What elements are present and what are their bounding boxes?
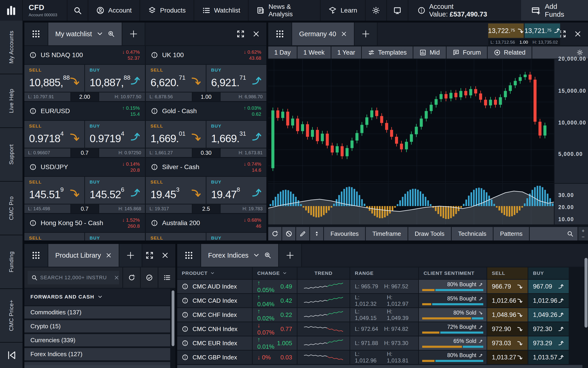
- instrument-name-row[interactable]: UK 100↓ 0.62%43.68: [146, 46, 266, 64]
- candlestick-chart[interactable]: [268, 59, 554, 183]
- chart-draw-tool-button[interactable]: [296, 227, 309, 240]
- zoom-in-icon[interactable]: [108, 30, 115, 37]
- library-refresh-button[interactable]: [123, 267, 140, 288]
- sell-price-button[interactable]: 972.90: [487, 322, 528, 336]
- chart-tool-tab-forum[interactable]: Forum: [447, 46, 487, 59]
- instrument-name-row[interactable]: Australia 200↓ 0.68%46: [146, 214, 266, 232]
- instrument-name-row[interactable]: US NDAQ 100↓ 0.47%52.37: [24, 46, 145, 64]
- buy-price-button[interactable]: 1,012.96: [528, 294, 569, 307]
- nav-item-account[interactable]: Account: [88, 0, 140, 21]
- chart-range-tab-1-week[interactable]: 1 Week: [298, 46, 331, 59]
- table-drag-handle[interactable]: [177, 244, 200, 267]
- sell-tile[interactable]: SELL6,620.71: [146, 65, 206, 92]
- zoom-out-label[interactable]: −: [582, 234, 585, 240]
- chart-sell-button[interactable]: 13,722.75: [488, 23, 524, 38]
- library-scrollbar[interactable]: [172, 290, 174, 346]
- chart-tool-technicals[interactable]: Technicals: [452, 227, 493, 240]
- product-cell[interactable]: CMC CNH Index: [177, 322, 252, 336]
- chart-add-tab-button[interactable]: [355, 23, 377, 45]
- library-tab[interactable]: Product Library: [48, 244, 119, 267]
- column-header-trend[interactable]: TREND: [298, 267, 350, 279]
- search-button[interactable]: [67, 0, 88, 21]
- expand-icon[interactable]: [146, 251, 154, 259]
- instrument-name-row[interactable]: EUR/USD↑ 0.15%15.4: [24, 102, 145, 120]
- sell-tile[interactable]: SELL19.453: [146, 177, 206, 204]
- close-icon[interactable]: [574, 30, 581, 38]
- library-item-crypto-15-[interactable]: Crypto (15): [24, 320, 170, 332]
- buy-tile[interactable]: BUY1,669.31: [207, 121, 266, 148]
- chart-refresh-tool-button[interactable]: [268, 227, 281, 240]
- instrument-name-row[interactable]: Gold - Cash↑ 0.03%0.62: [146, 102, 266, 120]
- instrument-name-row[interactable]: Silver - Cash↓ 0.74%14.6: [146, 158, 266, 176]
- buy-tile[interactable]: BUY145.526: [85, 177, 145, 204]
- chart-buy-button[interactable]: 13,721.75: [525, 23, 560, 38]
- sell-tile[interactable]: SELL: [24, 233, 84, 240]
- volume-axis[interactable]: 30.0020.0010.00: [555, 184, 588, 224]
- chart-disable-tool-button[interactable]: [282, 227, 295, 240]
- library-item-forex-indices-127-[interactable]: Forex Indices (127): [24, 348, 170, 360]
- product-cell[interactable]: CMC CHF Index: [177, 308, 252, 322]
- column-header-product[interactable]: PRODUCT: [177, 267, 252, 279]
- library-add-tab-button[interactable]: [119, 244, 142, 267]
- instrument-name-row[interactable]: Hong Kong 50 - Cash↓ 1.52%260.8: [24, 214, 145, 232]
- expand-icon[interactable]: [237, 30, 244, 38]
- sell-tile[interactable]: SELL1,669.01: [146, 121, 206, 148]
- chart-tool-favourites[interactable]: Favourites: [324, 227, 365, 240]
- product-cell[interactable]: CMC AUD Index: [177, 280, 252, 293]
- buy-tile[interactable]: BUY: [85, 233, 145, 240]
- close-tab-icon[interactable]: [106, 252, 112, 258]
- table-hscrollbar[interactable]: [177, 365, 582, 368]
- buy-tile[interactable]: BUY0.97194: [85, 121, 145, 148]
- sell-tile[interactable]: SELL145.519: [24, 177, 84, 204]
- account-type-block[interactable]: CFD Account 000003: [22, 0, 67, 21]
- table-add-tab-button[interactable]: [279, 244, 301, 267]
- nav-item-products[interactable]: Products: [140, 0, 194, 21]
- chevron-down-icon[interactable]: [97, 31, 103, 37]
- watchlist-add-tab-button[interactable]: [122, 23, 145, 45]
- sell-tile[interactable]: SELL0.97184: [24, 121, 84, 148]
- buy-price-button[interactable]: 973.29: [528, 336, 569, 350]
- buy-price-button[interactable]: 1,049.26: [528, 308, 569, 322]
- instrument-name-row[interactable]: USD/JPY↓ 0.14%20.8: [24, 158, 145, 176]
- watchlist-drag-handle[interactable]: [24, 23, 48, 45]
- chart-tool-draw-tools[interactable]: Draw Tools: [408, 227, 451, 240]
- chart-sort-tool-button[interactable]: [310, 227, 323, 240]
- sell-price-button[interactable]: 973.03: [487, 336, 528, 350]
- chart-range-tab-1-year[interactable]: 1 Year: [331, 46, 361, 59]
- sell-tile[interactable]: SELL: [146, 233, 206, 240]
- clear-search-icon[interactable]: [114, 275, 119, 280]
- sidebar-brand-icon[interactable]: [0, 345, 23, 366]
- volume-pane[interactable]: [268, 184, 554, 224]
- zoom-in-label[interactable]: +: [582, 228, 585, 234]
- close-icon[interactable]: [161, 252, 169, 259]
- column-header-range[interactable]: RANGE: [350, 267, 418, 279]
- watchlist-tab[interactable]: My watchlist: [48, 23, 122, 45]
- sidebar-item-support[interactable]: Support: [0, 128, 23, 182]
- chart-tool-timeframe[interactable]: Timeframe: [366, 227, 407, 240]
- chevron-down-icon[interactable]: [253, 252, 260, 258]
- sidebar-item-my-accounts[interactable]: My Accounts: [0, 21, 23, 74]
- buy-price-button[interactable]: 972.30: [528, 322, 569, 336]
- table-scrollbar[interactable]: [585, 258, 588, 328]
- table-tab[interactable]: Forex Indices: [201, 244, 278, 267]
- nav-item-learn[interactable]: Learn: [320, 0, 365, 21]
- cmc-logo[interactable]: [0, 0, 22, 21]
- sidebar-item-cmc-pro[interactable]: CMC Pro: [0, 182, 23, 235]
- settings-button[interactable]: [365, 0, 386, 21]
- column-header-change[interactable]: CHANGE: [253, 267, 297, 279]
- price-axis[interactable]: 20,000.0015,000.0010,000.005,000.00: [555, 59, 588, 183]
- product-cell[interactable]: CMC CAD Index: [177, 294, 252, 307]
- buy-price-button[interactable]: 967.09: [528, 280, 569, 293]
- sidebar-item-live-help[interactable]: Live Help: [0, 74, 23, 128]
- buy-tile[interactable]: BUY19.478: [207, 177, 266, 204]
- chart-tab[interactable]: Germany 40: [292, 23, 354, 45]
- sell-price-button[interactable]: 966.79: [487, 280, 528, 293]
- column-header-client-sentiment[interactable]: CLIENT SENTIMENT: [419, 267, 487, 279]
- chart-tool-tab-related[interactable]: Related: [488, 46, 532, 59]
- sell-price-button[interactable]: 1,013.27: [487, 350, 528, 364]
- close-tab-icon[interactable]: [341, 31, 347, 37]
- sell-tile[interactable]: SELL10,885,88: [24, 65, 84, 92]
- column-header-sell[interactable]: SELL: [487, 267, 528, 279]
- chart-drag-handle[interactable]: [268, 23, 291, 45]
- buy-tile[interactable]: BUY10,887,88: [85, 65, 145, 92]
